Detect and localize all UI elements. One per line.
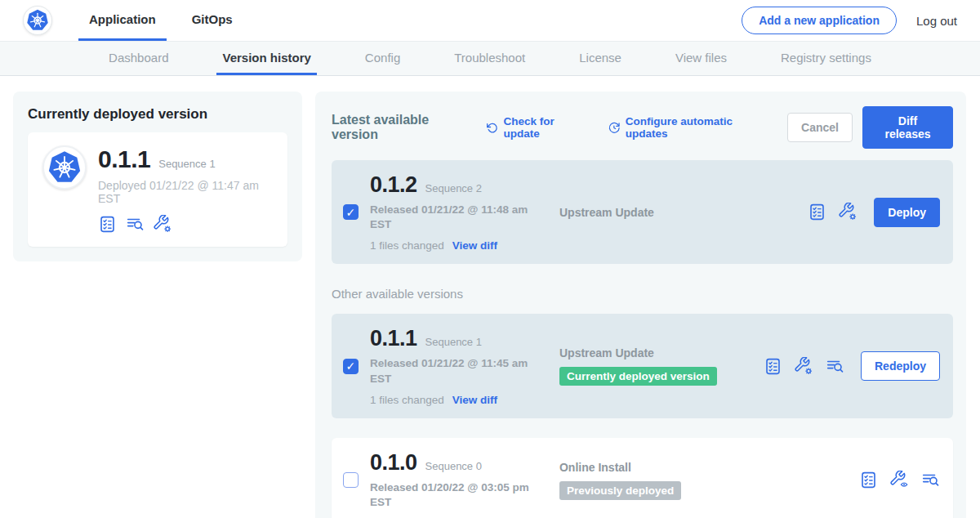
logout-button[interactable]: Log out <box>916 14 957 28</box>
released-timestamp: Released 01/20/22 @ 03:05 pm EST <box>370 480 530 510</box>
version-number: 0.1.2 <box>370 172 417 198</box>
add-application-button[interactable]: Add a new application <box>742 7 897 34</box>
tab-dashboard[interactable]: Dashboard <box>103 42 174 75</box>
preflight-checks-icon[interactable] <box>808 203 826 221</box>
deploy-logs-icon[interactable] <box>826 357 844 376</box>
version-checkbox[interactable] <box>343 359 359 374</box>
version-source-label: Upstream Update <box>559 206 654 219</box>
currently-deployed-title: Currently deployed version <box>28 106 287 123</box>
main-content: Currently deployed version 0.1.1 Sequenc… <box>0 76 980 518</box>
preflight-checks-icon[interactable] <box>98 215 117 234</box>
tab-config[interactable]: Config <box>359 42 406 75</box>
sequence-label: Sequence 1 <box>425 336 482 348</box>
files-changed-label: 1 files changed <box>370 239 444 252</box>
version-source-label: Online Install <box>559 461 631 474</box>
latest-header: Latest available version Check for updat… <box>332 106 953 149</box>
deployed-version-number: 0.1.1 <box>98 145 150 173</box>
deploy-logs-icon[interactable] <box>921 471 940 489</box>
deployed-sequence-label: Sequence 1 <box>158 158 215 170</box>
sub-nav: Dashboard Version history Config Trouble… <box>0 41 980 76</box>
view-diff-link[interactable]: View diff <box>452 239 497 252</box>
cancel-button[interactable]: Cancel <box>787 113 853 142</box>
check-for-update-link[interactable]: Check for update <box>486 115 586 140</box>
latest-available-title: Latest available version <box>332 113 468 142</box>
tab-troubleshoot[interactable]: Troubleshoot <box>448 42 531 75</box>
refresh-icon <box>486 121 499 135</box>
released-timestamp: Released 01/21/22 @ 11:48 am EST <box>370 203 530 232</box>
auto-update-clock-icon <box>608 121 621 135</box>
app-kubernetes-icon <box>42 145 87 190</box>
version-card-0-1-2: 0.1.2 Sequence 2 Released 01/21/22 @ 11:… <box>332 160 953 264</box>
deploy-button[interactable]: Deploy <box>874 198 940 227</box>
other-versions-title: Other available versions <box>332 287 953 301</box>
tab-view-files[interactable]: View files <box>670 42 733 75</box>
version-checkbox[interactable] <box>343 472 359 488</box>
latest-available-panel: Latest available version Check for updat… <box>315 92 966 518</box>
app-tabs: Application GitOps <box>78 0 258 41</box>
previously-deployed-badge: Previously deployed <box>559 481 681 500</box>
version-checkbox[interactable] <box>343 204 359 220</box>
diff-releases-button[interactable]: Diff releases <box>862 106 953 149</box>
kubernetes-logo <box>23 6 52 35</box>
config-wrench-gear-icon[interactable] <box>154 215 172 234</box>
tab-application[interactable]: Application <box>78 0 167 41</box>
version-card-0-1-1: 0.1.1 Sequence 1 Released 01/21/22 @ 11:… <box>332 314 953 418</box>
sequence-label: Sequence 0 <box>425 460 482 472</box>
preflight-checks-icon[interactable] <box>764 357 782 376</box>
tab-gitops[interactable]: GitOps <box>181 0 243 41</box>
tab-registry-settings[interactable]: Registry settings <box>775 42 877 75</box>
version-card-0-1-0: 0.1.0 Sequence 0 Released 01/20/22 @ 03:… <box>332 438 953 518</box>
deployed-version-card: 0.1.1 Sequence 1 Deployed 01/21/22 @ 11:… <box>28 132 287 247</box>
released-timestamp: Released 01/21/22 @ 11:45 am EST <box>370 356 530 386</box>
preflight-checks-icon[interactable] <box>859 471 878 489</box>
deploy-logs-icon[interactable] <box>126 215 145 234</box>
version-source-label: Upstream Update <box>559 346 654 359</box>
deployed-timestamp: Deployed 01/21/22 @ 11:47 am EST <box>98 179 273 205</box>
currently-deployed-panel: Currently deployed version 0.1.1 Sequenc… <box>13 92 302 261</box>
currently-deployed-badge: Currently deployed version <box>559 367 717 386</box>
view-diff-link[interactable]: View diff <box>452 394 497 406</box>
config-wrench-gear-icon[interactable] <box>795 357 813 376</box>
configure-automatic-updates-link[interactable]: Configure automatic updates <box>608 115 766 140</box>
tab-license[interactable]: License <box>573 42 627 75</box>
files-changed-label: 1 files changed <box>370 394 444 406</box>
config-wrench-gear-icon[interactable] <box>839 203 858 221</box>
sequence-label: Sequence 2 <box>425 182 482 194</box>
tab-version-history[interactable]: Version history <box>216 42 316 75</box>
config-wrench-eye-icon[interactable] <box>890 471 909 489</box>
redeploy-button[interactable]: Redeploy <box>861 351 940 381</box>
version-number: 0.1.1 <box>370 326 417 351</box>
version-number: 0.1.0 <box>370 450 417 476</box>
top-nav: Application GitOps Add a new application… <box>0 0 980 41</box>
